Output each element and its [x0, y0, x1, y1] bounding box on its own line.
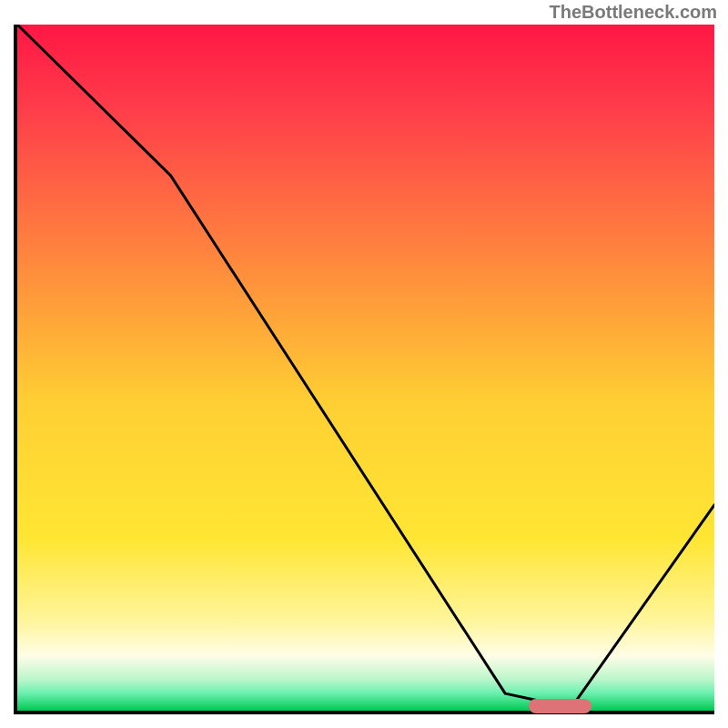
bottleneck-curve — [17, 25, 714, 711]
attribution-text: TheBottleneck.com — [550, 2, 717, 23]
plot-area — [14, 25, 714, 714]
optimal-range-marker — [529, 699, 592, 713]
